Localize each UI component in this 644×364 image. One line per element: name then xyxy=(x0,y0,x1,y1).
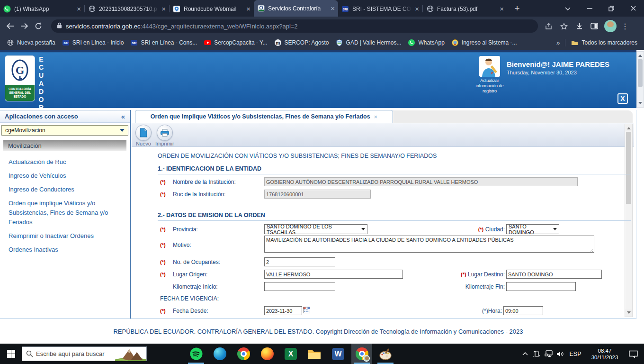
close-window-button[interactable] xyxy=(622,0,644,17)
provincia-value: SANTO DOMINGO DE LOS TSACHILAS xyxy=(267,224,358,235)
scroll-down-icon[interactable] xyxy=(637,100,644,107)
language-indicator[interactable]: ESP xyxy=(566,351,584,357)
fecha-vigencia-label: FECHA DE VIGENCIA: xyxy=(160,295,624,302)
tray-chevron-up-icon[interactable] xyxy=(519,344,531,364)
download-icon[interactable] xyxy=(572,19,586,33)
workspace-tab-close-icon[interactable]: × xyxy=(374,113,378,120)
taskbar-paint[interactable] xyxy=(375,344,396,364)
tray-sync-device-icon[interactable] xyxy=(531,344,543,364)
tray-network-icon[interactable] xyxy=(543,344,555,364)
scroll-thumb[interactable] xyxy=(638,59,643,87)
scroll-up-icon[interactable] xyxy=(637,52,644,59)
print-button[interactable]: Imprimir xyxy=(155,125,174,146)
update-registration-link[interactable]: Actualizar información de registro xyxy=(472,78,508,94)
tab-sri[interactable]: SRI SRI - SISTEMA DE CO × xyxy=(338,1,422,17)
taskbar-search[interactable] xyxy=(22,346,147,361)
page-scrollbar[interactable] xyxy=(636,51,644,108)
taskbar-edge[interactable] xyxy=(209,344,230,364)
bookmark-sri-inicio[interactable]: SRI SRI en Línea - Inicio xyxy=(62,39,124,46)
hora-desde-input[interactable] xyxy=(503,306,543,315)
tab-close-icon[interactable]: × xyxy=(331,5,335,12)
taskbar-chrome[interactable] xyxy=(233,344,254,364)
taskbar-word[interactable]: W xyxy=(328,344,349,364)
taskbar-chrome-profile-active[interactable] xyxy=(351,344,372,364)
action-center-icon[interactable] xyxy=(625,344,641,364)
nombre-institucion-input[interactable] xyxy=(264,177,578,186)
sidebar-item-orden-viaticos[interactable]: Orden que implique Viáticos y/o Subsiste… xyxy=(9,199,127,227)
restore-button[interactable] xyxy=(600,0,622,17)
sidebar-item-ingreso-vehiculos[interactable]: Ingreso de Vehículos xyxy=(9,171,127,181)
taskbar-spotify[interactable] xyxy=(186,344,206,364)
ocupantes-label: No. de Ocupantes: xyxy=(173,259,264,265)
bookmark-gad-valle-hermoso[interactable]: GAD | Valle Hermos... xyxy=(336,39,402,46)
sidebar-item-reimprimir-inactivar[interactable]: Reimprimir o Inactivar Ordenes xyxy=(9,231,127,241)
application-select[interactable]: cgeMovilizacion xyxy=(1,125,128,136)
km-inicio-input[interactable] xyxy=(264,282,335,291)
tab-roundcube[interactable]: Roundcube Webmail × xyxy=(170,1,254,17)
bookmarks-overflow-chevron[interactable]: » xyxy=(556,39,560,46)
sidebar-item-ordenes-inactivas[interactable]: Ordenes Inactivas xyxy=(9,245,127,255)
fecha-desde-input[interactable] xyxy=(264,306,302,315)
sidebar: Aplicaciones con acceso « cgeMovilizacio… xyxy=(0,110,131,318)
taskbar-firefox[interactable] xyxy=(257,344,277,364)
new-button-label: Nuevo xyxy=(136,141,151,146)
share-icon[interactable] xyxy=(542,19,556,33)
sidebar-group-movilizacion[interactable]: Movilización xyxy=(3,140,126,151)
km-fin-input[interactable] xyxy=(506,282,576,291)
weather-widget-icon[interactable] xyxy=(115,347,146,363)
system-tray: ESP 08:47 30/11/2023 xyxy=(519,344,644,364)
forward-icon[interactable] xyxy=(17,19,31,33)
ocupantes-input[interactable] xyxy=(264,257,335,266)
tab-close-icon[interactable]: × xyxy=(161,5,166,12)
new-tab-button[interactable]: + xyxy=(510,1,524,16)
print-button-label: Imprimir xyxy=(155,141,174,146)
address-bar[interactable]: servicios.contraloria.gob.ec:4443/cge_ar… xyxy=(51,19,538,33)
tab-close-icon[interactable]: × xyxy=(77,5,81,12)
reload-icon[interactable] xyxy=(31,19,45,33)
bookmark-nueva-pestana[interactable]: Nueva pestaña xyxy=(7,39,55,46)
profile-avatar[interactable] xyxy=(604,20,617,32)
tab-factura-pdf[interactable]: Factura (53).pdf × xyxy=(423,1,507,17)
bookmark-sercopcapacita[interactable]: SercopCapacita - Y... xyxy=(204,39,267,46)
row-provincia-ciudad: (*) Provincia: SANTO DOMINGO DE LOS TSAC… xyxy=(160,224,624,234)
motivo-textarea[interactable]: MAVILIZACIÓN DE AUTORIDADES HACIA LA CIU… xyxy=(264,236,594,253)
bookmark-whatsapp[interactable]: WhatsApp xyxy=(408,39,444,46)
tab-search-chevron-icon[interactable] xyxy=(557,0,579,17)
tab-servicios-contraloria-active[interactable]: Servicios Contraloría × xyxy=(254,0,338,17)
tab-pdf-download[interactable]: 20231130082305710.p × xyxy=(85,1,169,17)
sidebar-item-actualizacion-ruc[interactable]: Actualización de Ruc xyxy=(9,157,127,167)
tab-close-icon[interactable]: × xyxy=(500,5,504,12)
user-avatar[interactable] xyxy=(479,56,500,77)
calendar-icon[interactable] xyxy=(303,307,310,315)
start-button[interactable] xyxy=(0,344,22,364)
sidebar-collapse-icon[interactable]: « xyxy=(121,112,125,120)
bookmark-star-icon[interactable] xyxy=(557,19,571,33)
ruc-institucion-input[interactable] xyxy=(264,190,371,199)
bookmark-sri-consultas[interactable]: SRI SRI en Línea - Cons... xyxy=(130,39,197,46)
header-close-button[interactable]: X xyxy=(617,93,628,104)
minimize-button[interactable] xyxy=(579,0,600,17)
bookmark-sercop-agosto[interactable]: m SERCOP: Agosto xyxy=(274,39,329,46)
scroll-thumb[interactable] xyxy=(626,132,631,204)
taskbar-file-explorer[interactable] xyxy=(304,344,325,364)
scroll-up-icon[interactable] xyxy=(625,124,632,131)
workspace-tab-orden[interactable]: Orden que implique Viáticos y/o Subsiste… xyxy=(135,110,393,123)
tab-whatsapp[interactable]: (1) WhatsApp × xyxy=(0,1,84,17)
side-panel-icon[interactable] xyxy=(587,19,601,33)
search-input[interactable] xyxy=(36,350,112,357)
tab-close-icon[interactable]: × xyxy=(246,5,250,12)
url-host: servicios.contraloria.gob.ec xyxy=(66,23,141,30)
back-icon[interactable] xyxy=(3,19,17,33)
taskbar-excel[interactable]: X xyxy=(280,344,301,364)
tray-speaker-icon[interactable] xyxy=(555,344,566,364)
browser-menu-icon[interactable]: ⋮ xyxy=(619,22,631,31)
tray-clock[interactable]: 08:47 30/11/2023 xyxy=(588,347,621,361)
scroll-down-icon[interactable] xyxy=(625,309,632,317)
all-bookmarks-button[interactable]: Todos los marcadores xyxy=(571,39,637,46)
tab-close-icon[interactable]: × xyxy=(415,5,419,12)
sidebar-item-ingreso-conductores[interactable]: Ingreso de Conductores xyxy=(9,185,127,194)
ciudad-select[interactable]: SANTO DOMINGO xyxy=(506,224,559,234)
lugar-destino-input[interactable] xyxy=(506,270,602,279)
bookmark-ingreso-sistema[interactable]: Ingreso al Sistema -... xyxy=(451,39,517,46)
new-button[interactable]: Nuevo xyxy=(135,125,152,146)
